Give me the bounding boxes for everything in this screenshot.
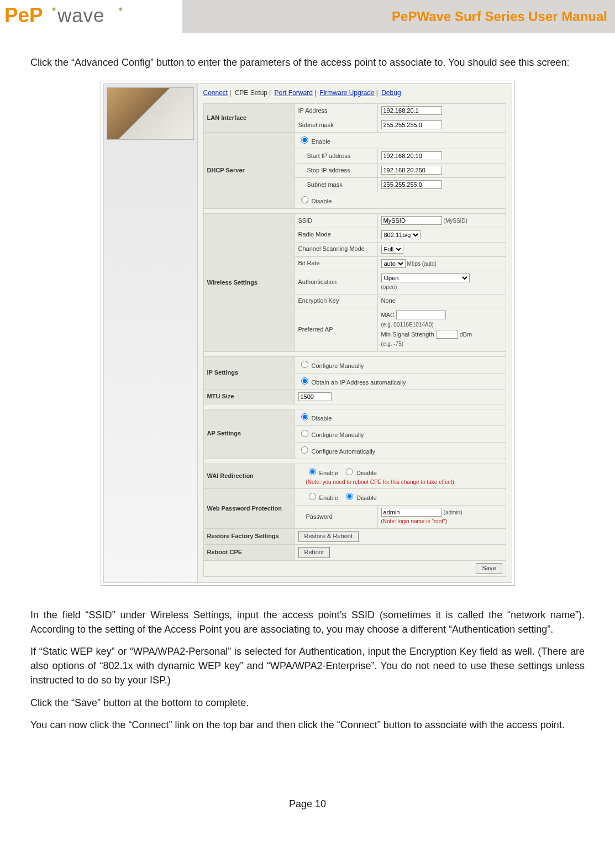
enckey-label: Encryption Key [295,294,377,308]
paragraph-auth: If “Static WEP key” or “WPA/WPA2-Persona… [30,644,585,687]
wai-disable-label: Disable [356,470,377,476]
section-wai: WAI Redirection [203,464,295,489]
section-restore: Restore Factory Settings [203,529,295,545]
svg-text:PeP: PeP [4,4,43,27]
bitrate-select[interactable]: auto [381,259,406,268]
prefap-min-label: Min Signal Strength [381,331,434,338]
prefap-db-hint: (e.g. -75) [381,341,404,347]
ap-disable-radio[interactable] [301,413,308,420]
wai-enable-radio[interactable] [309,468,316,475]
ip-manual-radio[interactable] [301,361,308,368]
webpw-disable-radio[interactable] [346,493,353,500]
webpw-enable-label: Enable [319,495,338,501]
dhcp-stop-label: Stop IP address [295,164,377,178]
pepwave-logo-icon: PeP wave [4,3,146,30]
wai-disable-radio[interactable] [346,468,353,475]
restore-button[interactable]: Restore & Reboot [298,531,359,542]
paragraph-connect: You can now click the “Connect” link on … [30,718,585,732]
mtu-input[interactable] [298,392,332,401]
section-lan: LAN Interface [203,104,295,133]
webpw-pw-label: Password [295,506,377,529]
ap-auto-radio[interactable] [301,446,308,454]
auth-label: Authentication [295,271,377,294]
prefap-dbm: dBm [460,331,472,338]
lan-mask-label: Subnet mask [295,118,377,133]
config-table: LAN Interface IP Address Subnet mask DHC… [203,103,506,577]
enckey-value: None [377,294,506,308]
dhcp-mask-label: Subnet mask [295,178,377,192]
dhcp-enable-radio[interactable] [301,136,308,144]
nav-debug[interactable]: Debug [381,89,401,97]
nav-connect[interactable]: Connect [203,89,228,97]
auth-select[interactable]: Open [381,273,470,282]
save-button[interactable]: Save [476,563,502,574]
section-reboot: Reboot CPE [203,545,295,561]
section-mtu: MTU Size [203,390,295,404]
intro-paragraph: Click the “Advanced Config” button to en… [30,55,585,70]
bitrate-hint: Mbps (auto) [407,261,437,267]
dhcp-enable-label: Enable [312,138,330,145]
ap-manual-radio[interactable] [301,430,308,437]
webpw-note: (Note: login name is "root") [381,518,447,524]
section-webpw: Web Password Protection [203,489,295,529]
nav-firmware-upgrade[interactable]: Firmware Upgrade [319,89,374,97]
nav-port-forward[interactable]: Port Forward [275,89,313,97]
lan-ip-input[interactable] [381,106,442,115]
screenshot-topnav: Connect| CPE Setup| Port Forward| Firmwa… [203,88,506,98]
dhcp-start-input[interactable] [381,151,442,160]
webpw-pw-input[interactable] [381,508,442,517]
paragraph-ssid: In the field “SSID” under Wireless Setti… [30,608,585,636]
brand-logo: PeP wave [0,0,182,33]
svg-text:wave: wave [57,4,104,26]
section-ip: IP Settings [203,356,295,390]
ip-auto-label: Obtain an IP Address automatically [312,379,406,386]
radio-mode-select[interactable]: 802.11b/g [381,230,420,239]
prefap-label: Preferred AP [295,308,377,351]
wai-enable-label: Enable [319,470,338,476]
ap-manual-label: Configure Manually [312,432,364,438]
webpw-pw-hint: (admin) [444,509,462,515]
paragraph-save: Click the “Save” button at the bottom to… [30,696,585,710]
dhcp-mask-input[interactable] [381,180,442,189]
screenshot-sidebar [104,84,198,582]
screenshot-frame: Connect| CPE Setup| Port Forward| Firmwa… [101,81,515,586]
ssid-input[interactable] [381,216,442,225]
wai-note: (Note: you need to reboot CPE for this c… [306,479,454,485]
prefap-min-input[interactable] [436,330,458,339]
scan-mode-label: Channel Scanning Mode [295,242,377,256]
ssid-label: SSID [295,214,377,228]
section-ap: AP Settings [203,409,295,459]
ap-auto-label: Configure Automatically [312,448,376,455]
auth-hint: (open) [381,284,397,290]
dhcp-disable-label: Disable [312,198,332,204]
ap-disable-label: Disable [312,415,332,422]
ip-manual-label: Configure Manually [312,362,364,369]
nav-cpe-setup[interactable]: CPE Setup [235,89,267,97]
bitrate-label: Bit Rate [295,256,377,271]
dhcp-disable-radio[interactable] [301,196,308,203]
doc-title: PePWave Surf Series User Manual [182,0,615,33]
webpw-disable-label: Disable [356,495,377,501]
sidebar-photo [107,87,194,140]
reboot-button[interactable]: Reboot [298,547,330,558]
radio-mode-label: Radio Mode [295,228,377,242]
scan-mode-select[interactable]: Full [381,245,403,254]
prefap-mac-input[interactable] [396,311,446,319]
dhcp-start-label: Start IP address [295,149,377,164]
svg-point-3 [119,8,123,11]
dhcp-stop-input[interactable] [381,166,442,175]
section-wireless: Wireless Settings [203,214,295,352]
prefap-mac-label: MAC [381,312,395,318]
prefap-mac-hint: (e.g. 00116E1014A0) [381,322,434,328]
lan-mask-input[interactable] [381,120,442,129]
page-footer: Page 10 [0,798,615,827]
ssid-hint: (MySSID) [444,218,467,224]
section-dhcp: DHCP Server [203,133,295,209]
doc-header: PeP wave PePWave Surf Series User Manual [0,0,615,33]
webpw-enable-radio[interactable] [309,493,316,500]
lan-ip-label: IP Address [295,104,377,118]
svg-point-1 [52,8,56,11]
ip-auto-radio[interactable] [301,377,308,385]
